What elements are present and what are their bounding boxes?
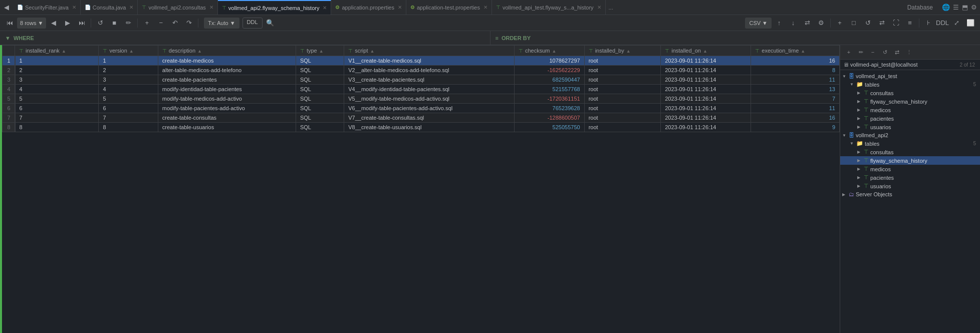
sidebar-filter-btn[interactable]: ⇄ xyxy=(891,47,902,58)
last-page-btn[interactable]: ⏭ xyxy=(75,17,88,29)
next-page-btn[interactable]: ▶ xyxy=(61,17,74,29)
tab-application-props[interactable]: ⚙ application.properties ✕ xyxy=(331,0,406,15)
upload-btn[interactable]: ↑ xyxy=(773,17,786,29)
cell-script: V8__create-table-usuarios.sql xyxy=(344,123,515,132)
col-header-version[interactable]: ⊤version▲ xyxy=(99,46,158,56)
table-row[interactable]: 111create-table-medicosSQLV1__create-tab… xyxy=(3,56,840,66)
gear-icon[interactable]: ⚙ xyxy=(971,4,977,11)
tree-item-tables[interactable]: ▼📁tables5 xyxy=(840,80,980,89)
csv-dropdown[interactable]: CSV ▼ xyxy=(745,18,772,29)
globe-icon[interactable]: 🌐 xyxy=(942,4,950,11)
tree-item-tables[interactable]: ▼📁tables5 xyxy=(840,139,980,148)
tab-security-filter[interactable]: 📄 SecurityFilter.java ✕ xyxy=(13,0,81,15)
col-header-installed_rank[interactable]: ⊤installed_rank▲ xyxy=(15,46,99,56)
tree-item-server-objects[interactable]: ▶🗂Server Objects xyxy=(840,190,980,198)
tree-item-vollmed_api_test[interactable]: ▼🗄vollmed_api_test xyxy=(840,72,980,80)
edit-btn[interactable]: ✏ xyxy=(122,17,135,29)
cell-row_num: 6 xyxy=(3,104,15,113)
rows-dropdown[interactable]: 8 rows ▼ xyxy=(17,18,46,29)
col-header-script[interactable]: ⊤script▲ xyxy=(344,46,515,56)
first-page-btn[interactable]: ⏮ xyxy=(3,17,16,29)
tree-item-flyway_schema_history[interactable]: ▶⊤flyway_schema_history xyxy=(840,156,980,165)
refresh2-btn[interactable]: ↺ xyxy=(861,17,874,29)
add-panel-btn[interactable]: + xyxy=(833,17,846,29)
prev-page-btn[interactable]: ◀ xyxy=(47,17,60,29)
tab-icon: ⚙ xyxy=(335,5,340,10)
tab-label: vollmed_api2.flyway_schema_history xyxy=(228,5,320,11)
ddl2-btn[interactable]: DDL xyxy=(936,17,949,29)
tree-item-pacientes[interactable]: ▶⊤pacientes xyxy=(840,173,980,182)
ddl-button[interactable]: DDL xyxy=(242,18,263,29)
tab-close-btn[interactable]: ✕ xyxy=(323,5,327,11)
sidebar-more-btn[interactable]: ⋮ xyxy=(903,47,914,58)
col-header-row_num[interactable] xyxy=(3,46,15,56)
tab-close-btn[interactable]: ✕ xyxy=(209,5,213,10)
redo-btn[interactable]: ↷ xyxy=(182,17,195,29)
expand-btn[interactable]: ⤢ xyxy=(950,17,963,29)
data-table: ⊤installed_rank▲⊤version▲⊤description▲⊤t… xyxy=(2,45,840,132)
split-icon[interactable]: ⬒ xyxy=(962,4,968,11)
sidebar-delete-btn[interactable]: − xyxy=(867,47,878,58)
tab-close-btn[interactable]: ✕ xyxy=(72,5,76,10)
col-header-installed_by[interactable]: ⊤installed_by▲ xyxy=(584,46,661,56)
tree-item-usuarios[interactable]: ▶⊤usuarios xyxy=(840,123,980,131)
tab-vollmed-api2-consultas[interactable]: ⊤ vollmed_api2.consultas ✕ xyxy=(138,0,217,15)
cell-installed_on: 2023-09-01 11:26:14 xyxy=(661,94,751,104)
table-container[interactable]: ⊤installed_rank▲⊤version▲⊤description▲⊤t… xyxy=(2,45,840,333)
col-header-type[interactable]: ⊤type▲ xyxy=(296,46,344,56)
tree-item-consultas[interactable]: ▶⊤consultas xyxy=(840,148,980,156)
tab-vollmed-api-test-flyway[interactable]: ⊤ vollmed_api_test.flyway_s...a_history … xyxy=(492,0,606,15)
tab-vollmed-api2-flyway[interactable]: ⊤ vollmed_api2.flyway_schema_history ✕ xyxy=(218,0,332,15)
sidebar-edit-btn[interactable]: ✏ xyxy=(855,47,866,58)
tab-overflow[interactable]: ... xyxy=(606,5,616,11)
tab-close-btn[interactable]: ✕ xyxy=(597,5,601,10)
tree-item-pacientes[interactable]: ▶⊤pacientes xyxy=(840,114,980,123)
table-row[interactable]: 222alter-table-medicos-add-telefonoSQLV2… xyxy=(3,66,840,75)
tree-item-vollmed_api2[interactable]: ▼🗄vollmed_api2 xyxy=(840,131,980,139)
table-row[interactable]: 888create-table-usuariosSQLV8__create-ta… xyxy=(3,123,840,132)
table-row[interactable]: 555modify-table-medicos-add-activoSQLV5_… xyxy=(3,94,840,104)
sidebar-refresh-btn[interactable]: ↺ xyxy=(879,47,890,58)
tree-arrow: ▶ xyxy=(857,175,862,180)
tab-consulta[interactable]: 📄 Consulta.java ✕ xyxy=(81,0,138,15)
remove-row-btn[interactable]: − xyxy=(154,17,167,29)
undo-btn[interactable]: ↶ xyxy=(168,17,181,29)
col-header-checksum[interactable]: ⊤checksum▲ xyxy=(514,46,584,56)
cell-row_num: 4 xyxy=(3,85,15,94)
refresh-btn[interactable]: ↺ xyxy=(94,17,107,29)
tree-item-medicos[interactable]: ▶⊤medicos xyxy=(840,165,980,173)
list-icon[interactable]: ☰ xyxy=(953,4,959,11)
download-btn[interactable]: ↓ xyxy=(787,17,800,29)
connection-header[interactable]: 🖥 vollmed-api_test@localhost 2 of 12 xyxy=(840,60,980,70)
tab-application-test-props[interactable]: ⚙ application-test.properties ✕ xyxy=(406,0,492,15)
copy-panel-btn[interactable]: □ xyxy=(847,17,860,29)
tab-close-btn[interactable]: ✕ xyxy=(398,5,402,10)
table-row[interactable]: 777create-table-consultasSQLV7__create-t… xyxy=(3,113,840,123)
col-header-execution_time[interactable]: ⊤execution_time▲ xyxy=(751,46,840,56)
table-row[interactable]: 666modify-table-pacientes-add-activoSQLV… xyxy=(3,104,840,113)
zoom-btn[interactable]: ⛶ xyxy=(889,17,902,29)
tab-nav-left[interactable]: ◀ xyxy=(0,2,13,14)
tree-item-usuarios[interactable]: ▶⊤usuarios xyxy=(840,182,980,190)
table-row[interactable]: 444modify-identidad-table-pacientesSQLV4… xyxy=(3,85,840,94)
panel-settings-btn[interactable]: ≡ xyxy=(903,17,916,29)
col-header-installed_on[interactable]: ⊤installed_on▲ xyxy=(661,46,751,56)
col-header-description[interactable]: ⊤description▲ xyxy=(158,46,296,56)
add-row-btn[interactable]: + xyxy=(140,17,153,29)
connect-btn[interactable]: ⇄ xyxy=(801,17,814,29)
table-row[interactable]: 333create-table-pacientesSQLV3__create-t… xyxy=(3,75,840,85)
tab-close-btn[interactable]: ✕ xyxy=(483,5,487,10)
search-btn[interactable]: 🔍 xyxy=(264,17,277,29)
settings-btn[interactable]: ⚙ xyxy=(815,17,828,29)
tx-dropdown[interactable]: Tx: Auto ▼ xyxy=(204,18,239,29)
stop-btn[interactable]: ■ xyxy=(108,17,121,29)
table-btn[interactable]: ⊦ xyxy=(922,17,935,29)
filter2-btn[interactable]: ⇄ xyxy=(875,17,888,29)
collapse-btn[interactable]: ⬜ xyxy=(964,17,977,29)
tree-item-consultas[interactable]: ▶⊤consultas xyxy=(840,89,980,97)
tree-item-flyway_schema_history[interactable]: ▶⊤flyway_schema_history xyxy=(840,97,980,106)
cell-installed_rank: 5 xyxy=(15,94,99,104)
tab-close-btn[interactable]: ✕ xyxy=(129,5,133,10)
sidebar-add-btn[interactable]: + xyxy=(843,47,854,58)
tree-item-medicos[interactable]: ▶⊤medicos xyxy=(840,106,980,114)
